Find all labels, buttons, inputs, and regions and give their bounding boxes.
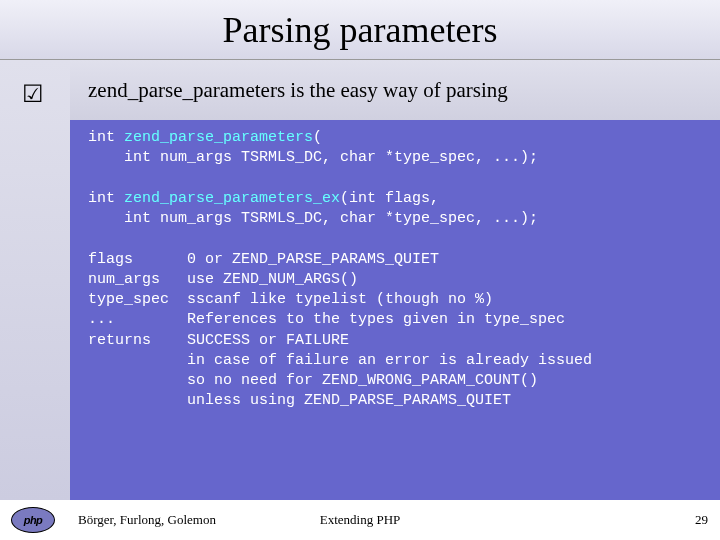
code-line: int num_args TSRMLS_DC, char *type_spec,… xyxy=(88,149,538,166)
slide: Parsing parameters ☑ zend_parse_paramete… xyxy=(0,0,720,540)
code-block: int zend_parse_parameters( int num_args … xyxy=(70,120,720,500)
code-line: returns SUCCESS or FAILURE xyxy=(88,332,349,349)
code-line: ... References to the types given in typ… xyxy=(88,311,565,328)
code-line: unless using ZEND_PARSE_PARAMS_QUIET xyxy=(88,392,511,409)
php-logo: php xyxy=(8,505,58,535)
fn-name: zend_parse_parameters_ex xyxy=(124,190,340,207)
code-line: int zend_parse_parameters( xyxy=(88,129,322,146)
title-bar: Parsing parameters xyxy=(0,0,720,60)
footer: php Börger, Furlong, Golemon Extending P… xyxy=(0,500,720,540)
footer-title: Extending PHP xyxy=(320,512,401,528)
fn-name: zend_parse_parameters xyxy=(124,129,313,146)
code-line: flags 0 or ZEND_PARSE_PARAMS_QUIET xyxy=(88,251,439,268)
left-column: ☑ xyxy=(0,60,70,500)
code-line: int zend_parse_parameters_ex(int flags, xyxy=(88,190,439,207)
slide-title: Parsing parameters xyxy=(223,9,498,51)
footer-authors: Börger, Furlong, Golemon xyxy=(78,512,216,528)
code-line: type_spec sscanf like typelist (though n… xyxy=(88,291,493,308)
checkmark-icon: ☑ xyxy=(22,80,44,108)
intro-text: zend_parse_parameters is the easy way of… xyxy=(88,78,720,103)
code-line: num_args use ZEND_NUM_ARGS() xyxy=(88,271,358,288)
code-line: in case of failure an error is already i… xyxy=(88,352,592,369)
php-logo-text: php xyxy=(11,507,55,533)
intro-row: zend_parse_parameters is the easy way of… xyxy=(70,60,720,120)
page-number: 29 xyxy=(695,512,708,528)
code-line: int num_args TSRMLS_DC, char *type_spec,… xyxy=(88,210,538,227)
code-line: so no need for ZEND_WRONG_PARAM_COUNT() xyxy=(88,372,538,389)
